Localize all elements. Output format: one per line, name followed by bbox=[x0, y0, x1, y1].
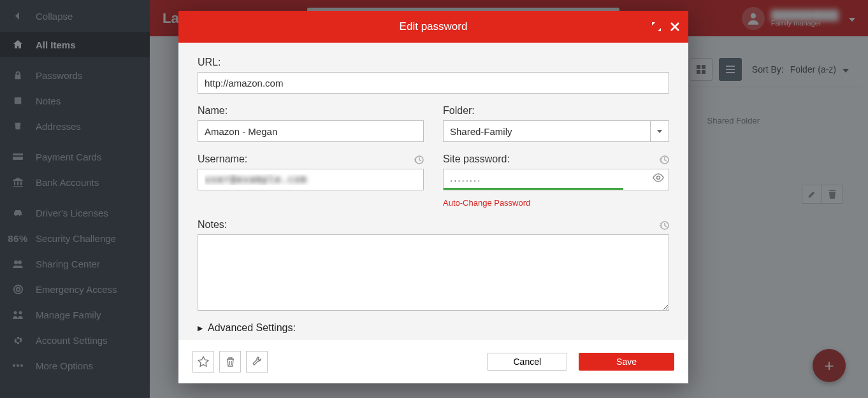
modal-title: Edit password bbox=[400, 20, 468, 33]
tools-button[interactable] bbox=[246, 351, 268, 373]
show-password-button[interactable] bbox=[653, 173, 664, 185]
password-label: Site password: bbox=[443, 153, 669, 165]
password-strength-bar bbox=[444, 188, 623, 190]
triangle-right-icon: ▶ bbox=[198, 324, 203, 332]
expand-button[interactable] bbox=[651, 22, 662, 32]
url-label: URL: bbox=[198, 57, 669, 68]
close-button[interactable] bbox=[670, 22, 679, 31]
name-label: Name: bbox=[198, 105, 424, 117]
notes-history-button[interactable] bbox=[659, 220, 669, 233]
username-input[interactable] bbox=[198, 169, 424, 190]
auto-change-password-link[interactable]: Auto-Change Password bbox=[443, 198, 669, 208]
edit-password-modal: Edit password URL: bbox=[178, 11, 688, 383]
notes-label: Notes: bbox=[198, 219, 669, 231]
folder-label: Folder: bbox=[443, 105, 669, 117]
folder-select[interactable] bbox=[443, 120, 650, 142]
cancel-button[interactable]: Cancel bbox=[487, 353, 567, 371]
save-button[interactable]: Save bbox=[579, 353, 674, 371]
name-input[interactable] bbox=[198, 120, 424, 142]
advanced-settings-toggle[interactable]: ▶ Advanced Settings: bbox=[198, 322, 669, 334]
notes-textarea[interactable] bbox=[198, 234, 669, 311]
svg-point-22 bbox=[657, 176, 660, 180]
username-history-button[interactable] bbox=[414, 155, 424, 167]
favorite-button[interactable] bbox=[192, 351, 214, 373]
advanced-settings-label: Advanced Settings: bbox=[208, 322, 296, 334]
password-input[interactable] bbox=[443, 169, 669, 190]
password-history-button[interactable] bbox=[659, 155, 669, 167]
username-label: Username: bbox=[198, 153, 424, 165]
modal-body: URL: Name: Folder: bbox=[178, 43, 688, 339]
modal-header: Edit password bbox=[178, 11, 688, 43]
folder-dropdown-button[interactable] bbox=[650, 120, 669, 142]
url-input[interactable] bbox=[198, 72, 669, 94]
delete-item-button[interactable] bbox=[219, 351, 241, 373]
modal-overlay: Edit password URL: bbox=[0, 0, 868, 398]
modal-footer: Cancel Save bbox=[178, 339, 688, 383]
